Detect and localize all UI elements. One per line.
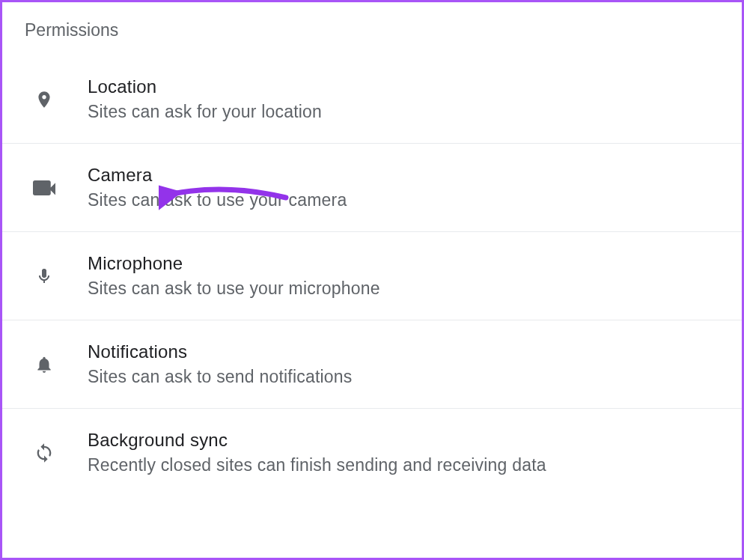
permission-text: Microphone Sites can ask to use your mic… (88, 253, 380, 299)
notifications-icon (32, 353, 56, 377)
section-header: Permissions (2, 2, 742, 49)
permissions-panel: Permissions Location Sites can ask for y… (0, 0, 744, 560)
location-icon (32, 88, 56, 112)
permission-item-camera[interactable]: Camera Sites can ask to use your camera (2, 144, 742, 232)
permission-title: Notifications (88, 341, 352, 362)
permission-text: Camera Sites can ask to use your camera (88, 165, 347, 210)
permission-title: Camera (88, 165, 347, 186)
permission-subtitle: Sites can ask to use your microphone (88, 279, 380, 299)
permission-item-background-sync[interactable]: Background sync Recently closed sites ca… (2, 409, 742, 496)
permission-title: Background sync (88, 430, 546, 451)
permission-subtitle: Sites can ask to send notifications (88, 367, 352, 387)
permission-subtitle: Recently closed sites can finish sending… (88, 455, 546, 475)
microphone-icon (32, 264, 56, 288)
permission-text: Notifications Sites can ask to send noti… (88, 341, 352, 387)
permission-subtitle: Sites can ask to use your camera (88, 190, 347, 210)
permission-item-location[interactable]: Location Sites can ask for your location (2, 49, 742, 144)
permission-subtitle: Sites can ask for your location (88, 102, 322, 122)
camera-icon (32, 176, 56, 200)
permission-list: Location Sites can ask for your location… (2, 49, 742, 496)
permission-item-notifications[interactable]: Notifications Sites can ask to send noti… (2, 320, 742, 409)
permission-title: Location (88, 76, 322, 97)
sync-icon (32, 441, 56, 465)
permission-item-microphone[interactable]: Microphone Sites can ask to use your mic… (2, 232, 742, 320)
permission-text: Location Sites can ask for your location (88, 76, 322, 122)
permission-title: Microphone (88, 253, 380, 274)
permission-text: Background sync Recently closed sites ca… (88, 430, 546, 475)
